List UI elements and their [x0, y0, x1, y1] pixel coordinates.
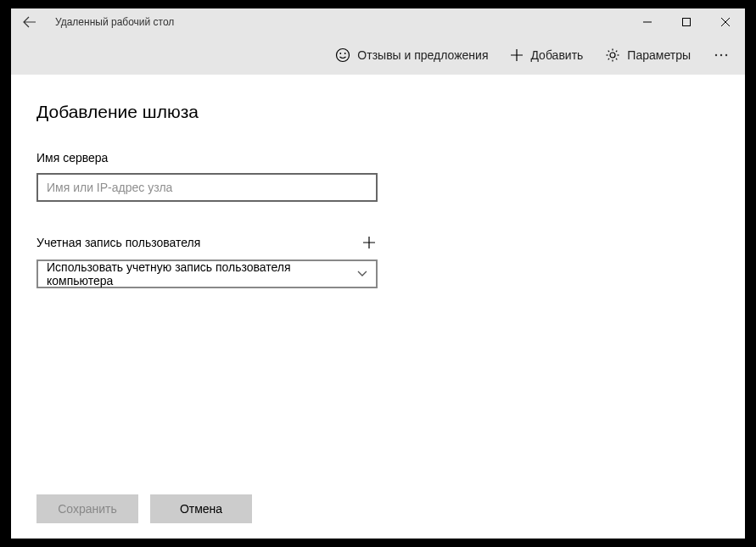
minimize-icon: [643, 18, 652, 26]
back-button[interactable]: [16, 8, 43, 36]
add-label: Добавить: [530, 48, 583, 62]
caption-buttons: [628, 8, 745, 36]
more-button[interactable]: [704, 38, 738, 72]
smiley-icon: [335, 47, 350, 63]
account-header: Учетная запись пользователя: [36, 234, 378, 251]
svg-point-2: [340, 53, 342, 54]
footer-buttons: Сохранить Отмена: [36, 494, 720, 523]
svg-rect-0: [683, 19, 691, 26]
server-name-label: Имя сервера: [36, 151, 720, 165]
gear-icon: [605, 47, 620, 63]
svg-point-4: [610, 53, 615, 58]
minimize-button[interactable]: [628, 8, 667, 36]
svg-point-3: [344, 53, 346, 54]
content-area: Добавление шлюза Имя сервера Учетная зап…: [11, 75, 745, 539]
titlebar: Удаленный рабочий стол: [11, 8, 745, 36]
toolbar: Отзывы и предложения Добавить Параметры: [11, 36, 745, 75]
maximize-icon: [682, 18, 691, 26]
ellipsis-icon: [714, 53, 728, 57]
server-name-input[interactable]: [36, 173, 378, 202]
cancel-button[interactable]: Отмена: [150, 494, 252, 523]
account-dropdown[interactable]: Использовать учетную запись пользователя…: [36, 260, 378, 288]
save-button[interactable]: Сохранить: [36, 494, 138, 523]
add-button[interactable]: Добавить: [501, 43, 591, 67]
close-icon: [721, 18, 730, 26]
account-selected-value: Использовать учетную запись пользователя…: [47, 260, 357, 287]
svg-point-6: [720, 54, 722, 56]
back-arrow-icon: [23, 15, 36, 29]
plus-icon: [510, 48, 524, 62]
plus-icon: [363, 237, 375, 248]
settings-button[interactable]: Параметры: [596, 42, 699, 68]
svg-point-1: [337, 49, 350, 62]
settings-label: Параметры: [627, 48, 691, 62]
close-button[interactable]: [706, 8, 745, 36]
feedback-button[interactable]: Отзывы и предложения: [327, 42, 496, 68]
app-window: Удаленный рабочий стол: [11, 8, 745, 539]
feedback-label: Отзывы и предложения: [357, 48, 488, 62]
chevron-down-icon: [357, 271, 367, 277]
svg-point-7: [725, 54, 727, 56]
add-account-button[interactable]: [361, 234, 378, 251]
page-title: Добавление шлюза: [36, 102, 720, 122]
svg-point-5: [715, 54, 717, 56]
account-label: Учетная запись пользователя: [36, 236, 200, 249]
maximize-button[interactable]: [667, 8, 706, 36]
window-title: Удаленный рабочий стол: [55, 16, 174, 28]
